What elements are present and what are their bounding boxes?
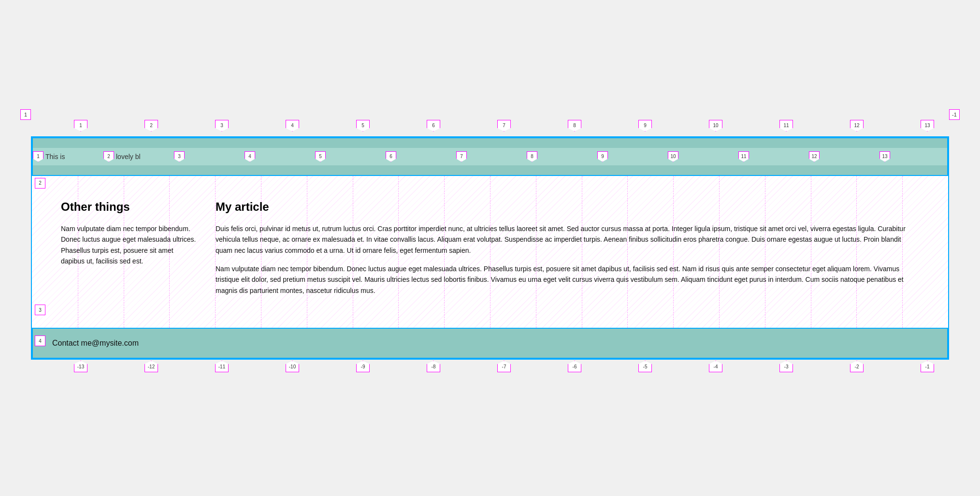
- row-badge-4: 4: [35, 336, 45, 346]
- page-wrapper: 2 3 4 1This is2lovely bl345678910111213 …: [31, 136, 949, 360]
- bottom-col-badge--11: -11: [215, 361, 229, 372]
- footer-text: Contact me@mysite.com: [52, 339, 139, 348]
- main-article-column: My article Duis felis orci, pulvinar id …: [216, 200, 919, 304]
- nav-item-col-13: 13: [879, 151, 890, 162]
- header-col-badge-10: 10: [668, 151, 678, 162]
- bottom-col-badge--12: -12: [144, 361, 158, 372]
- header-col-badge-12: 12: [809, 151, 820, 162]
- nav-item-col-12: 12: [809, 151, 820, 162]
- header-col-badge-7: 7: [456, 151, 467, 162]
- nav-item-col-2: 2lovely bl: [103, 151, 141, 162]
- row-badge-3: 3: [35, 305, 45, 315]
- sidebar-column: Other things Nam vulputate diam nec temp…: [61, 200, 216, 304]
- nav-item-col-11: 11: [738, 151, 749, 162]
- nav-item-col-4: 4: [245, 151, 255, 162]
- bottom-col-badge--7: -7: [497, 361, 511, 372]
- footer-section: Contact me@mysite.com: [32, 328, 948, 359]
- header-col-badge-11: 11: [738, 151, 749, 162]
- nav-item-col-10: 10: [668, 151, 678, 162]
- header-col-badge-1: 1: [33, 151, 43, 162]
- nav-item-col-6: 6: [386, 151, 396, 162]
- top-col-badge-1: 1: [74, 120, 87, 131]
- top-col-badge-12: 12: [850, 120, 864, 131]
- top-col-badge-2: 2: [144, 120, 158, 131]
- nav-item-col-7: 7: [456, 151, 467, 162]
- content-inner: Other things Nam vulputate diam nec temp…: [32, 186, 948, 318]
- nav-item-col-3: 3: [174, 151, 185, 162]
- header-section: 1This is2lovely bl345678910111213: [32, 137, 948, 176]
- top-col-badge-13: 13: [921, 120, 934, 131]
- top-col-badge-10: 10: [709, 120, 722, 131]
- outer-corner-top-left-badge: 1: [20, 109, 31, 120]
- bottom-col-badge--13: -13: [74, 361, 87, 372]
- sidebar-body: Nam vulputate diam nec tempor bibendum. …: [61, 223, 196, 267]
- top-col-badge-5: 5: [356, 120, 370, 131]
- top-col-badge-3: 3: [215, 120, 229, 131]
- header-col-badge-9: 9: [597, 151, 608, 162]
- bottom-col-badge--8: -8: [427, 361, 440, 372]
- header-col-badge-5: 5: [315, 151, 326, 162]
- main-article-paragraph2: Nam vulputate diam nec tempor bibendum. …: [216, 263, 919, 296]
- bottom-col-badge--5: -5: [638, 361, 652, 372]
- header-col-badge-3: 3: [174, 151, 185, 162]
- bottom-col-badge--2: -2: [850, 361, 864, 372]
- top-col-badge-11: 11: [779, 120, 793, 131]
- main-article-heading: My article: [216, 200, 919, 214]
- nav-item-col-9: 9: [597, 151, 608, 162]
- top-col-badge-7: 7: [497, 120, 511, 131]
- row-badge-2: 2: [35, 178, 45, 189]
- top-col-badge-8: 8: [568, 120, 581, 131]
- nav-label-2: lovely bl: [116, 153, 141, 160]
- top-col-badge-6: 6: [427, 120, 440, 131]
- bottom-col-badge--4: -4: [709, 361, 722, 372]
- header-col-badge-2: 2: [103, 151, 114, 162]
- bottom-col-badge--10: -10: [286, 361, 299, 372]
- main-content: Other things Nam vulputate diam nec temp…: [32, 176, 948, 328]
- nav-item-col-1: 1This is: [33, 151, 65, 162]
- bottom-col-badge--9: -9: [356, 361, 370, 372]
- bottom-col-badge--6: -6: [568, 361, 581, 372]
- bottom-col-badge--3: -3: [779, 361, 793, 372]
- sidebar-heading: Other things: [61, 200, 196, 214]
- top-col-badge-4: 4: [286, 120, 299, 131]
- main-article-paragraph1: Duis felis orci, pulvinar id metus ut, r…: [216, 223, 919, 256]
- header-col-badge-6: 6: [386, 151, 396, 162]
- header-col-badge-4: 4: [245, 151, 255, 162]
- nav-item-col-8: 8: [527, 151, 537, 162]
- header-col-badge-13: 13: [879, 151, 890, 162]
- bottom-col-badge--1: -1: [921, 361, 934, 372]
- header-col-badge-8: 8: [527, 151, 537, 162]
- nav-label-1: This is: [45, 153, 65, 160]
- top-col-badge-9: 9: [638, 120, 652, 131]
- bottom-col-badges-row: -13-12-11-10-9-8-7-6-5-4-3-2-1: [45, 361, 949, 376]
- header-inner: 1This is2lovely bl345678910111213: [33, 148, 947, 165]
- top-col-badges-row: 12345678910111213: [45, 120, 949, 135]
- nav-item-col-5: 5: [315, 151, 326, 162]
- page-outer-wrapper: 12345678910111213 1 -1 2 3 4 1This is2lo…: [16, 105, 964, 391]
- outer-corner-top-right-badge: -1: [949, 109, 960, 120]
